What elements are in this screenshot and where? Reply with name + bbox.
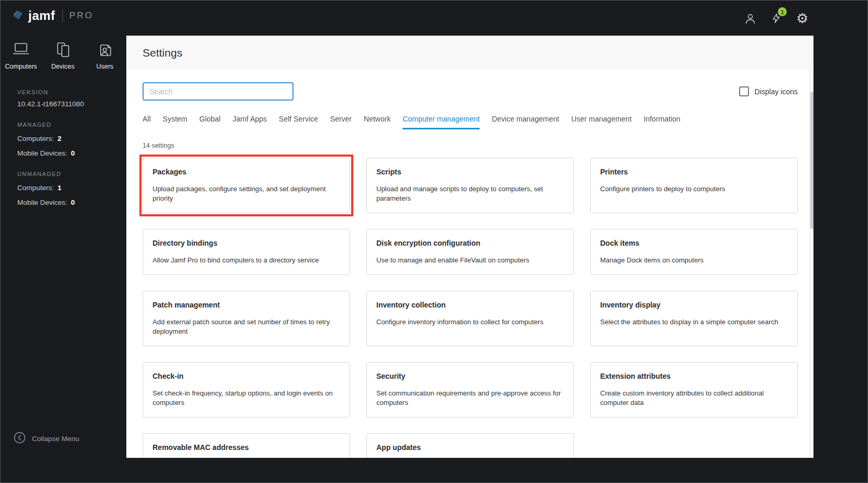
card-description: Configure inventory information to colle… bbox=[376, 317, 564, 327]
version-label: VERSION bbox=[17, 89, 126, 95]
category-tabs: All System Global Jamf Apps Self Service… bbox=[143, 115, 798, 129]
stat-label: Mobile Devices: bbox=[17, 199, 67, 206]
card-title: Scripts bbox=[376, 168, 564, 176]
computers-laptop-icon bbox=[12, 42, 30, 60]
managed-mobile-devices-stat: Mobile Devices: 0 bbox=[17, 149, 126, 157]
sidebar-info: VERSION 10.42.1-t1667311080 MANAGED Comp… bbox=[17, 89, 126, 206]
settings-card-check-in[interactable]: Check-in Set check-in frequency, startup… bbox=[143, 362, 350, 418]
settings-card-disk-encryption-configuration[interactable]: Disk encryption configuration Use to man… bbox=[366, 229, 574, 275]
nav-label: Computers bbox=[5, 63, 37, 70]
search-input[interactable] bbox=[143, 82, 294, 101]
gear-icon[interactable]: ⚙︎ bbox=[796, 12, 808, 25]
settings-card-directory-bindings[interactable]: Directory bindings Allow Jamf Pro to bin… bbox=[143, 229, 350, 275]
tab-network[interactable]: Network bbox=[364, 115, 390, 129]
toolbar: Display icons bbox=[143, 82, 798, 101]
settings-card-dock-items[interactable]: Dock items Manage Dock items on computer… bbox=[590, 229, 798, 275]
settings-card-app-updates[interactable]: App updates bbox=[366, 433, 574, 458]
card-description: Upload and manage scripts to deploy to c… bbox=[376, 184, 564, 203]
settings-card-security[interactable]: Security Set communication requirements … bbox=[366, 362, 574, 418]
card-title: Disk encryption configuration bbox=[376, 239, 564, 247]
stat-label: Computers: bbox=[17, 135, 54, 142]
card-description: Select the attributes to display in a si… bbox=[600, 317, 788, 327]
managed-label: MANAGED bbox=[17, 122, 126, 128]
topbar-actions: 1 ⚙︎ bbox=[744, 9, 808, 27]
settings-card-extension-attributes[interactable]: Extension attributes Create custom inven… bbox=[590, 362, 798, 418]
nav-label: Devices bbox=[51, 63, 74, 70]
card-title: App updates bbox=[376, 443, 564, 452]
page-title: Settings bbox=[143, 47, 182, 59]
card-description: Allow Jamf Pro to bind computers to a di… bbox=[153, 256, 340, 265]
sidebar-item-computers[interactable]: Computers bbox=[0, 42, 42, 70]
notifications-bolt-icon[interactable]: 1 bbox=[771, 13, 782, 24]
tab-all[interactable]: All bbox=[143, 115, 151, 129]
stat-value: 1 bbox=[58, 184, 62, 192]
settings-grid: Packages Upload packages, configure sett… bbox=[143, 158, 798, 458]
collapse-menu-button[interactable]: Collapse Menu bbox=[14, 432, 79, 446]
brand-suffix: PRO bbox=[69, 10, 93, 21]
notification-badge: 1 bbox=[778, 7, 787, 16]
settings-card-removable-mac-addresses[interactable]: Removable MAC addresses bbox=[143, 433, 350, 458]
sidebar-nav: Computers Devices Users bbox=[0, 36, 126, 70]
sidebar-item-devices[interactable]: Devices bbox=[42, 42, 84, 70]
main-panel: Settings Display icons All System Global… bbox=[126, 36, 813, 458]
card-description: Manage Dock items on computers bbox=[600, 256, 788, 265]
managed-computers-stat: Computers: 2 bbox=[17, 135, 126, 142]
card-title: Extension attributes bbox=[600, 372, 788, 380]
settings-card-scripts[interactable]: Scripts Upload and manage scripts to dep… bbox=[366, 158, 574, 213]
card-title: Security bbox=[376, 372, 564, 380]
users-badge-icon bbox=[96, 42, 114, 60]
scrollbar-thumb[interactable] bbox=[810, 92, 813, 229]
card-title: Printers bbox=[600, 168, 788, 176]
card-title: Check-in bbox=[153, 372, 340, 380]
tab-global[interactable]: Global bbox=[199, 115, 220, 129]
nav-label: Users bbox=[96, 63, 114, 70]
tab-system[interactable]: System bbox=[163, 115, 188, 129]
display-icons-checkbox[interactable] bbox=[739, 86, 749, 96]
jamf-logo[interactable]: jamf PRO bbox=[12, 8, 93, 23]
version-value: 10.42.1-t1667311080 bbox=[17, 100, 126, 108]
stat-label: Computers: bbox=[17, 184, 54, 192]
stat-value: 0 bbox=[71, 149, 75, 157]
tab-computer-management[interactable]: Computer management bbox=[403, 115, 480, 129]
settings-card-patch-management[interactable]: Patch management Add external patch sour… bbox=[143, 291, 350, 346]
unmanaged-mobile-devices-stat: Mobile Devices: 0 bbox=[17, 199, 126, 206]
card-title: Packages bbox=[153, 168, 340, 176]
card-title: Dock items bbox=[600, 239, 788, 247]
card-description: Set check-in frequency, startup options,… bbox=[153, 389, 340, 408]
tab-user-management[interactable]: User management bbox=[571, 115, 632, 129]
stat-label: Mobile Devices: bbox=[17, 149, 67, 157]
display-icons-label: Display icons bbox=[755, 87, 798, 96]
card-title: Inventory collection bbox=[376, 301, 564, 309]
jamf-logo-icon bbox=[12, 8, 24, 23]
stat-value: 2 bbox=[58, 135, 62, 142]
settings-card-packages[interactable]: Packages Upload packages, configure sett… bbox=[143, 158, 350, 213]
display-icons-toggle[interactable]: Display icons bbox=[739, 86, 798, 96]
vertical-scrollbar[interactable] bbox=[809, 70, 813, 458]
unmanaged-label: UNMANAGED bbox=[17, 171, 126, 177]
card-description: Use to manage and enable FileVault on co… bbox=[376, 256, 564, 265]
card-title: Removable MAC addresses bbox=[153, 443, 340, 452]
card-title: Directory bindings bbox=[153, 239, 340, 247]
tab-self-service[interactable]: Self Service bbox=[279, 115, 318, 129]
tab-information[interactable]: Information bbox=[644, 115, 680, 129]
settings-card-printers[interactable]: Printers Configure printers to deploy to… bbox=[590, 158, 798, 213]
sidebar: Computers Devices Users bbox=[0, 36, 126, 483]
sidebar-item-users[interactable]: Users bbox=[84, 42, 126, 70]
card-title: Inventory display bbox=[600, 301, 788, 309]
settings-count: 14 settings bbox=[143, 142, 813, 149]
card-title: Patch management bbox=[153, 301, 340, 309]
unmanaged-computers-stat: Computers: 1 bbox=[17, 184, 126, 192]
card-description: Configure printers to deploy to computer… bbox=[600, 184, 788, 194]
tab-device-management[interactable]: Device management bbox=[492, 115, 559, 129]
page-header: Settings bbox=[126, 36, 813, 70]
devices-phones-icon bbox=[55, 42, 72, 60]
collapse-menu-label: Collapse Menu bbox=[32, 435, 79, 443]
user-account-icon[interactable] bbox=[744, 13, 756, 25]
tab-jamf-apps[interactable]: Jamf Apps bbox=[233, 115, 267, 129]
stat-value: 0 bbox=[71, 199, 75, 206]
card-description: Upload packages, configure settings, and… bbox=[153, 184, 340, 203]
settings-card-inventory-collection[interactable]: Inventory collection Configure inventory… bbox=[366, 291, 574, 346]
card-description: Add external patch source and set number… bbox=[153, 317, 340, 336]
tab-server[interactable]: Server bbox=[330, 115, 352, 129]
settings-card-inventory-display[interactable]: Inventory display Select the attributes … bbox=[590, 291, 798, 346]
